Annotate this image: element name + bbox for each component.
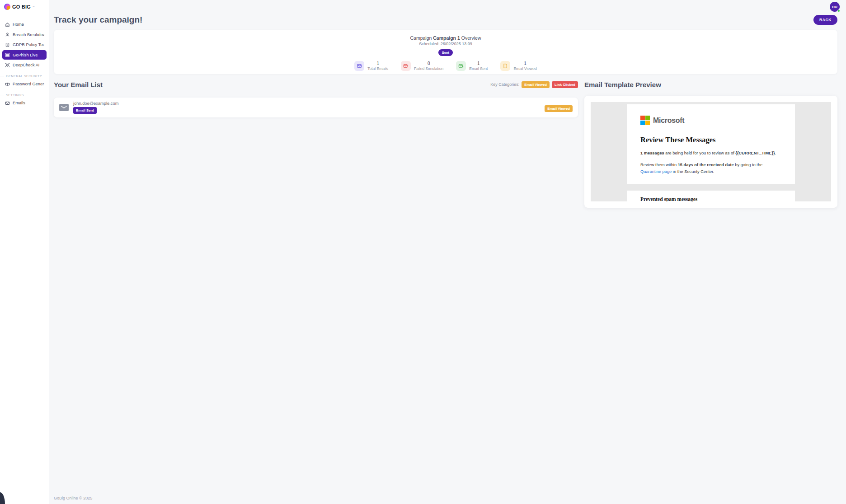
email-category-badge: Email Viewed	[545, 105, 573, 112]
microsoft-squares-icon	[640, 116, 650, 125]
stat-email-sent: 1 Email Sent	[456, 61, 488, 71]
sidebar-item-password-generator[interactable]: Password Generator	[2, 79, 47, 89]
campaign-name: Campaign 1	[433, 35, 460, 41]
recipient-email: john.doe@example.com	[73, 101, 118, 106]
stat-value: 1	[367, 61, 388, 66]
sidebar-nav: Home Breach Breakdown GDPR Policy Toolki…	[0, 14, 49, 108]
template-preview-card: Microsoft Review These Messages 1 messag…	[584, 96, 837, 208]
email-status-badge: Email Sent	[73, 107, 97, 114]
email-preview-body: Microsoft Review These Messages 1 messag…	[627, 104, 795, 184]
email-paragraph-1: 1 messages are being held for you to rev…	[640, 150, 781, 156]
total-emails-envelope-icon	[354, 61, 364, 71]
page-header: Track your campaign! BACK	[54, 0, 837, 25]
email-preview-spam-section: Prevented spam messages Sender: linkedin…	[627, 191, 795, 201]
content-columns: Your Email List Key Categories: Email Vi…	[54, 79, 837, 208]
stat-failed-simulation: 0 Failed Simulation	[401, 61, 443, 71]
gdpr-toolkit-icon	[5, 42, 10, 47]
deepcheck-ai-icon	[5, 62, 10, 68]
legend-badge-link-clicked: Link Clicked	[552, 81, 578, 88]
stat-total-emails: 1 Total Emails	[354, 61, 388, 71]
brand-name: GO BIG	[12, 4, 31, 9]
email-paragraph-2: Review them within 15 days of the receiv…	[640, 162, 781, 175]
campaign-status-badge: Sent	[438, 49, 453, 56]
sidebar-item-gophish-live[interactable]: GoPhish Live	[2, 50, 47, 60]
microsoft-wordmark: Microsoft	[653, 117, 684, 125]
email-sent-envelope-icon	[456, 61, 466, 71]
gophish-live-icon	[5, 52, 10, 58]
sidebar-item-breach-breakdown[interactable]: Breach Breakdown	[2, 30, 47, 39]
emails-icon	[5, 100, 10, 106]
email-list-header: Your Email List Key Categories: Email Vi…	[54, 79, 578, 90]
page-title: Track your campaign!	[54, 15, 142, 25]
sidebar-section-general-security: GENERAL SECURITY	[2, 74, 47, 78]
quarantine-page-link[interactable]: Quarantine page	[640, 169, 672, 174]
key-categories-label: Key Categories:	[490, 82, 519, 87]
brand-logo[interactable]: GO BIG ™	[0, 0, 49, 14]
legend-badge-email-viewed: Email Viewed	[522, 81, 550, 88]
avatar-initials: DU	[832, 5, 837, 9]
footer-copyright: GoBig Online © 2025	[54, 496, 92, 500]
home-icon	[5, 22, 10, 27]
email-list-row[interactable]: john.doe@example.com Email Sent Email Vi…	[54, 98, 578, 117]
microsoft-logo: Microsoft	[640, 116, 781, 125]
password-generator-icon	[5, 81, 10, 87]
back-button[interactable]: BACK	[813, 15, 837, 25]
template-preview-section: Email Template Preview Microsoft Review …	[584, 79, 837, 208]
brand-logo-icon	[4, 4, 10, 10]
email-viewed-file-icon	[500, 61, 510, 71]
online-status-dot	[837, 9, 840, 12]
campaign-stats: 1 Total Emails 0 Failed Simulation 1	[54, 61, 837, 71]
email-list-title: Your Email List	[54, 81, 103, 89]
template-preview-header: Email Template Preview	[584, 79, 837, 90]
main-content: DU Track your campaign! BACK Campaign Ca…	[49, 0, 846, 504]
email-heading: Review These Messages	[640, 135, 781, 145]
failed-simulation-envelope-icon	[401, 61, 411, 71]
stat-label: Total Emails	[367, 66, 388, 71]
spam-section-heading: Prevented spam messages	[640, 196, 781, 201]
campaign-title: Campaign Campaign 1 Overview	[54, 35, 837, 41]
email-preview-canvas: Microsoft Review These Messages 1 messag…	[591, 102, 831, 201]
campaign-overview-card: Campaign Campaign 1 Overview Scheduled: …	[54, 30, 837, 74]
stat-value: 1	[469, 61, 488, 66]
sidebar-item-emails[interactable]: Emails	[2, 98, 47, 108]
sidebar: GO BIG ™ Home Breach Breakdown GDPR Poli…	[0, 0, 49, 504]
stat-email-viewed: 1 Email Viewed	[500, 61, 536, 71]
campaign-schedule: Scheduled: 26/02/2025 13:09	[54, 42, 837, 46]
stat-label: Email Sent	[469, 66, 488, 71]
stat-value: 1	[513, 61, 536, 66]
email-list-section: Your Email List Key Categories: Email Vi…	[54, 79, 578, 117]
row-right: Email Viewed	[545, 103, 573, 112]
stat-value: 0	[414, 61, 443, 66]
template-preview-title: Email Template Preview	[584, 81, 661, 89]
breach-breakdown-icon	[5, 32, 10, 37]
user-avatar[interactable]: DU	[830, 2, 840, 12]
sidebar-item-home[interactable]: Home	[2, 20, 47, 29]
envelope-icon	[59, 104, 69, 111]
stat-label: Failed Simulation	[414, 66, 443, 71]
stat-label: Email Viewed	[513, 66, 536, 71]
email-meta: john.doe@example.com Email Sent	[73, 101, 118, 114]
brand-trademark: ™	[33, 6, 35, 8]
sidebar-item-deepcheck-ai[interactable]: DeepCheck AI	[2, 61, 47, 70]
sidebar-section-settings: SETTINGS	[2, 93, 47, 97]
key-categories-legend: Key Categories: Email Viewed Link Clicke…	[490, 81, 578, 88]
sidebar-item-gdpr-policy-toolkit[interactable]: GDPR Policy Toolkit	[2, 40, 47, 50]
